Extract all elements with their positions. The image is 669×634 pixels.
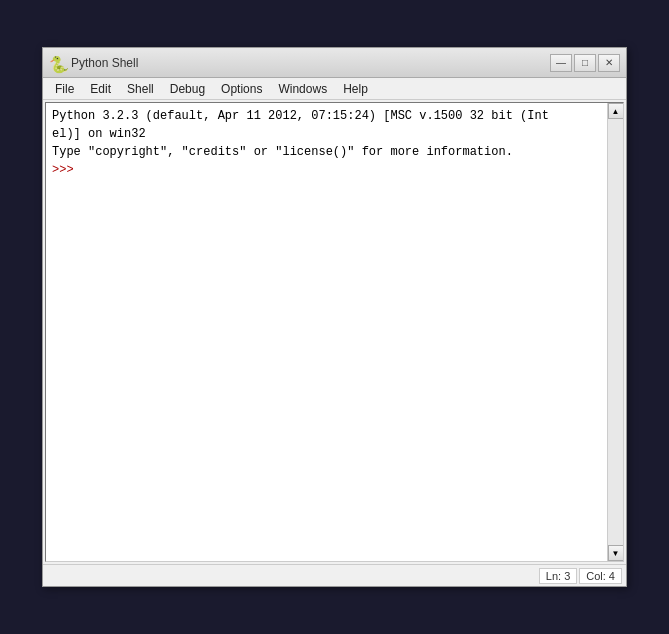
- window-title: Python Shell: [71, 56, 544, 70]
- menu-bar: File Edit Shell Debug Options Windows He…: [43, 78, 626, 100]
- shell-content: Python 3.2.3 (default, Apr 11 2012, 07:1…: [45, 102, 624, 562]
- minimize-button[interactable]: —: [550, 54, 572, 72]
- output-line-3: Type "copyright", "credits" or "license(…: [52, 143, 601, 161]
- menu-debug[interactable]: Debug: [162, 78, 213, 99]
- output-line-1: Python 3.2.3 (default, Apr 11 2012, 07:1…: [52, 107, 601, 125]
- scrollbar: ▲ ▼: [607, 103, 623, 561]
- maximize-button[interactable]: □: [574, 54, 596, 72]
- app-icon: 🐍: [49, 55, 65, 71]
- output-line-2: el)] on win32: [52, 125, 601, 143]
- menu-options[interactable]: Options: [213, 78, 270, 99]
- col-number: Col: 4: [579, 568, 622, 584]
- menu-shell[interactable]: Shell: [119, 78, 162, 99]
- menu-file[interactable]: File: [47, 78, 82, 99]
- window-controls: — □ ✕: [550, 54, 620, 72]
- scroll-up-button[interactable]: ▲: [608, 103, 624, 119]
- scroll-track: [608, 119, 623, 545]
- status-bar: Ln: 3 Col: 4: [43, 564, 626, 586]
- python-shell-window: 🐍 Python Shell — □ ✕ File Edit Shell Deb…: [42, 47, 627, 587]
- menu-help[interactable]: Help: [335, 78, 376, 99]
- scroll-down-button[interactable]: ▼: [608, 545, 624, 561]
- menu-windows[interactable]: Windows: [270, 78, 335, 99]
- title-bar: 🐍 Python Shell — □ ✕: [43, 48, 626, 78]
- line-number: Ln: 3: [539, 568, 577, 584]
- shell-output[interactable]: Python 3.2.3 (default, Apr 11 2012, 07:1…: [46, 103, 607, 561]
- prompt-line: >>>: [52, 161, 601, 179]
- menu-edit[interactable]: Edit: [82, 78, 119, 99]
- shell-row: Python 3.2.3 (default, Apr 11 2012, 07:1…: [46, 103, 623, 561]
- close-button[interactable]: ✕: [598, 54, 620, 72]
